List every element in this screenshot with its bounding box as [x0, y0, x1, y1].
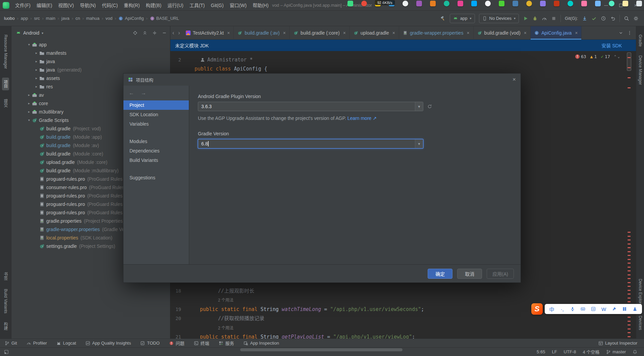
tool-strip-button-device-explorer[interactable]: Device Explorer — [638, 279, 643, 307]
git-commit-check-icon[interactable] — [591, 16, 597, 21]
tab-build-gradle-core-[interactable]: build.gradle (:core)× — [290, 26, 350, 40]
error-stripe-mark[interactable] — [628, 298, 631, 299]
git-branch-widget[interactable]: master — [606, 349, 626, 354]
dialog-nav-sdk-location[interactable]: SDK Location — [123, 110, 189, 119]
tab-close-icon[interactable]: × — [283, 30, 286, 36]
overlay-app-icon[interactable] — [595, 1, 601, 6]
agp-version-combobox[interactable]: 3.6.3 ▼ — [198, 102, 423, 111]
error-stripe[interactable] — [627, 51, 631, 339]
error-stripe-mark[interactable] — [628, 259, 631, 260]
run-configuration-select[interactable]: app ▾ — [450, 14, 475, 23]
tab-testactivity2-kt[interactable]: TestActivity2.kt× — [182, 26, 234, 40]
menu-tools[interactable]: 工具(T) — [186, 0, 208, 11]
dialog-close-icon[interactable]: × — [513, 76, 516, 83]
overlay-app-icon[interactable] — [458, 1, 463, 6]
collapsed-arrow-icon[interactable]: ▸ — [34, 51, 39, 55]
error-stripe-mark[interactable] — [628, 270, 631, 271]
overlay-app-icon[interactable] — [430, 1, 436, 6]
file-encoding[interactable]: UTF-8 — [564, 349, 576, 354]
breadcrumb-item-vod[interactable]: vod — [105, 16, 112, 21]
chevron-down-icon[interactable]: ▼ — [415, 102, 423, 111]
overlay-app-icon[interactable] — [581, 1, 587, 6]
layout-inspector-button[interactable]: Layout Inspector — [598, 341, 639, 346]
ime-user-button[interactable] — [632, 307, 638, 311]
collapsed-arrow-icon[interactable]: ▸ — [26, 110, 32, 114]
warning-count[interactable]: ▲1 — [590, 54, 597, 59]
ime-cn-en-button[interactable]: 中 — [591, 307, 596, 311]
tab-close-icon[interactable]: × — [392, 30, 395, 36]
collapsed-arrow-icon[interactable]: ▸ — [34, 76, 39, 80]
tool-strip-button-构建[interactable]: 构建 — [3, 322, 8, 330]
error-stripe-mark[interactable] — [628, 282, 631, 283]
overlay-app-icon[interactable] — [499, 1, 504, 6]
collapsed-arrow-icon[interactable]: ▸ — [34, 59, 39, 63]
debug-button[interactable] — [532, 16, 538, 21]
breadcrumb-item-src[interactable]: src — [34, 16, 40, 21]
passed-count[interactable]: ✓17 — [601, 54, 610, 59]
breadcrumb-item-main[interactable]: main — [46, 16, 55, 21]
more-options-icon[interactable] — [627, 31, 632, 35]
install-sdk-link[interactable]: 安装 SDK — [601, 42, 622, 49]
hidden-tabs-chevron-icon[interactable] — [619, 31, 623, 35]
menu-git[interactable]: Git(G) — [208, 0, 227, 11]
error-stripe-mark[interactable] — [628, 328, 631, 329]
ime-text-button[interactable]: ·, — [559, 306, 565, 312]
tool-strip-button-书签[interactable]: 书签 — [3, 272, 8, 280]
tree-item-manifests[interactable]: ▸manifests — [11, 49, 170, 57]
tab-upload-gradle[interactable]: upload.gradle× — [350, 26, 399, 40]
tab-scroll-left-icon[interactable]: ‹ — [170, 30, 176, 36]
tool-window-button-终端[interactable]: 终端 — [194, 340, 209, 346]
tool-window-button-服务[interactable]: 服务 — [219, 340, 234, 346]
horizontal-scrollbar[interactable] — [240, 348, 402, 351]
menu-help[interactable]: 帮助(H) — [250, 0, 271, 11]
error-stripe-mark[interactable] — [628, 232, 631, 233]
expanded-arrow-icon[interactable]: ▾ — [26, 43, 32, 46]
menu-navigate[interactable]: 导航(N) — [77, 0, 99, 11]
dialog-nav-dependencies[interactable]: Dependencies — [123, 146, 189, 155]
git-update-icon[interactable] — [582, 16, 587, 21]
tool-strip-button-devices[interactable]: Devices — [638, 316, 643, 330]
locate-file-icon[interactable] — [133, 31, 138, 35]
menu-view[interactable]: 视图(V) — [55, 0, 77, 11]
error-stripe-mark[interactable] — [628, 67, 631, 68]
tab-close-icon[interactable]: × — [343, 30, 346, 36]
tool-window-button-问题[interactable]: 问题 — [169, 340, 184, 346]
error-stripe-mark[interactable] — [628, 278, 631, 279]
learn-more-link[interactable]: Learn more ↗ — [347, 116, 377, 121]
prev-next-problem-icons[interactable]: ⌃⌄ — [614, 54, 621, 59]
error-stripe-mark[interactable] — [628, 332, 631, 333]
tool-window-button-logcat[interactable]: Logcat — [56, 341, 76, 346]
ime-mic-button[interactable] — [570, 307, 575, 311]
dialog-nav-project[interactable]: Project — [123, 100, 189, 110]
error-count[interactable]: !63 — [575, 54, 586, 59]
error-stripe-mark[interactable] — [628, 324, 631, 325]
overlay-app-icon[interactable] — [416, 1, 422, 6]
overlay-app-icon[interactable] — [347, 1, 353, 6]
error-stripe-mark[interactable] — [628, 57, 631, 58]
error-stripe-mark[interactable] — [628, 263, 631, 264]
rollback-icon[interactable] — [610, 16, 615, 21]
breadcrumb-item-base_url[interactable]: fBASE_URL — [150, 16, 179, 21]
tool-strip-button-resource-manager[interactable]: Resource Manager — [3, 35, 8, 69]
search-everywhere-icon[interactable] — [624, 16, 629, 21]
menu-build[interactable]: 构建(B) — [143, 0, 165, 11]
tab-gradle-wrapper-properties[interactable]: gradle-wrapper.properties× — [399, 26, 474, 40]
gradle-version-combobox[interactable]: 6.8 ▼ — [198, 139, 423, 148]
tool-strip-button-项目[interactable]: 项目 — [2, 78, 9, 90]
line-separator[interactable]: LF — [552, 349, 557, 354]
error-stripe-mark[interactable] — [628, 236, 631, 237]
indent-setting[interactable]: 4 个空格 — [583, 349, 599, 355]
error-stripe-mark[interactable] — [628, 336, 631, 337]
overlay-app-icon[interactable] — [361, 1, 367, 6]
error-stripe-mark[interactable] — [628, 77, 631, 78]
dialog-nav-variables[interactable]: Variables — [123, 119, 189, 129]
breadcrumb-item-java[interactable]: java — [61, 16, 69, 21]
overlay-app-icon[interactable] — [444, 1, 449, 6]
overlay-app-icon[interactable] — [485, 1, 491, 6]
overlay-app-icon[interactable] — [471, 1, 477, 6]
project-view-selector[interactable]: Android — [23, 30, 39, 36]
menu-window[interactable]: 窗口(W) — [227, 0, 250, 11]
error-stripe-mark[interactable] — [628, 247, 631, 248]
tab-close-icon[interactable]: × — [575, 30, 578, 36]
collapsed-arrow-icon[interactable]: ▸ — [26, 93, 32, 97]
